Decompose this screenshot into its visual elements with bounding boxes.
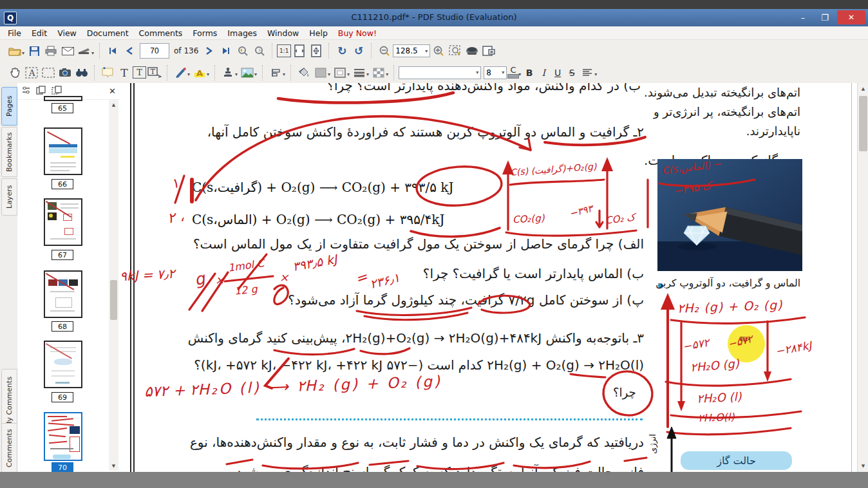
hatch-caret-icon[interactable]: ▾ xyxy=(386,71,388,77)
thumbnail-page-69[interactable] xyxy=(44,341,82,388)
document-scrollbar[interactable]: ▲ ▼ xyxy=(857,83,868,472)
thumbnail-page-66[interactable] xyxy=(44,127,82,175)
text-box-button[interactable]: T xyxy=(133,66,146,79)
email-button[interactable] xyxy=(59,42,76,59)
last-page-button[interactable] xyxy=(218,42,234,59)
zoom-marquee-button[interactable] xyxy=(447,42,464,59)
hand-tool-button[interactable] xyxy=(6,64,23,81)
menu-forms[interactable]: Forms xyxy=(187,28,222,38)
thumbnail-label-70[interactable]: 70 xyxy=(52,462,73,473)
select-text-button[interactable]: A xyxy=(23,64,40,81)
hatch-pattern-button[interactable] xyxy=(370,64,387,81)
thumbnail-page-70[interactable] xyxy=(44,412,82,461)
open-button[interactable] xyxy=(6,42,23,59)
fill-color-button[interactable] xyxy=(312,64,329,81)
previous-view-button[interactable] xyxy=(234,42,251,59)
close-button[interactable]: ✕ xyxy=(837,10,865,24)
align-objects-button[interactable] xyxy=(267,64,284,81)
image-caret-icon[interactable]: ▾ xyxy=(254,71,257,77)
restore-button[interactable]: ❐ xyxy=(815,10,835,24)
panel-scroll-thumb[interactable] xyxy=(110,280,117,320)
pan-zoom-button[interactable] xyxy=(480,42,497,59)
tab-pages[interactable]: Pages xyxy=(1,87,17,126)
highlighter-caret-icon[interactable]: ▾ xyxy=(207,71,209,77)
menu-view[interactable]: View xyxy=(52,28,82,38)
open-caret-icon[interactable]: ▾ xyxy=(22,50,24,56)
align-objects-caret-icon[interactable]: ▾ xyxy=(283,71,285,77)
font-family-select[interactable]: ▾ xyxy=(399,66,481,79)
next-view-button[interactable] xyxy=(251,42,268,59)
save-button[interactable] xyxy=(26,42,42,59)
pencil-caret-icon[interactable]: ▾ xyxy=(187,71,190,77)
stamp-caret-icon[interactable]: ▾ xyxy=(235,71,238,77)
image-button[interactable] xyxy=(239,64,256,81)
thumbnail-label-69[interactable]: 69 xyxy=(52,392,73,402)
fit-width-button[interactable] xyxy=(291,42,308,59)
line-width-caret-icon[interactable]: ▾ xyxy=(366,71,369,77)
actual-size-button[interactable]: 1:1 xyxy=(277,44,291,57)
loupe-tool-button[interactable] xyxy=(464,42,480,59)
rotate-ccw-button[interactable]: ↺ xyxy=(350,42,367,59)
zoom-in-button[interactable] xyxy=(430,42,447,59)
titlebar[interactable]: Q C111210.pdf* - PDF Studio (Evaluation)… xyxy=(0,9,868,26)
underline-button[interactable]: U xyxy=(551,68,565,78)
thumbnail-label-68[interactable]: 68 xyxy=(52,321,73,332)
doc-scroll-up-icon[interactable]: ▲ xyxy=(858,84,868,94)
fill-color-caret-icon[interactable]: ▾ xyxy=(328,71,330,77)
tab-layers[interactable]: Layers xyxy=(1,178,17,216)
thumbnail-page-67[interactable] xyxy=(44,198,82,246)
panel-scroll-down-icon[interactable]: ▼ xyxy=(109,461,118,471)
sticky-note-button[interactable] xyxy=(99,64,116,81)
menu-comments[interactable]: Comments xyxy=(134,28,188,38)
menu-document[interactable]: Document xyxy=(82,28,134,38)
bold-button[interactable]: B xyxy=(522,68,536,78)
paint-bucket-button[interactable] xyxy=(296,64,312,81)
tab-bookmarks[interactable]: Bookmarks xyxy=(1,127,17,177)
thumbnail-label-66[interactable]: 66 xyxy=(52,179,73,189)
menu-window[interactable]: Window xyxy=(262,28,304,38)
stamp-button[interactable] xyxy=(220,64,236,81)
minimize-button[interactable]: – xyxy=(793,10,813,24)
snapshot-camera-button[interactable] xyxy=(57,64,73,81)
scan-caret-icon[interactable]: ▾ xyxy=(91,50,94,56)
border-color-caret-icon[interactable]: ▾ xyxy=(347,71,350,77)
thumbnail-label-65[interactable]: 65 xyxy=(52,103,73,113)
callout-button[interactable]: T xyxy=(146,64,163,81)
scan-button[interactable] xyxy=(76,42,93,59)
document-page[interactable]: ب) در کدام واکنش، مواد واکنش‌دهنده پایدا… xyxy=(120,83,857,472)
page-input[interactable] xyxy=(140,43,169,59)
first-page-button[interactable] xyxy=(104,42,121,59)
rotate-cw-button[interactable]: ↻ xyxy=(334,42,350,59)
zoom-select[interactable]: 128.5▾ xyxy=(393,44,430,57)
highlighter-button[interactable]: A xyxy=(191,64,208,81)
search-binoculars-button[interactable] xyxy=(73,64,90,81)
menu-help[interactable]: Help xyxy=(304,28,333,38)
text-color-button[interactable]: C xyxy=(507,64,520,81)
menu-edit[interactable]: Edit xyxy=(26,28,52,38)
select-marquee-button[interactable] xyxy=(40,64,57,81)
next-page-button[interactable] xyxy=(201,42,218,59)
panel-options-icon[interactable] xyxy=(21,85,31,97)
panel-scroll-up-icon[interactable]: ▲ xyxy=(109,100,118,109)
tab-comments[interactable]: Comments xyxy=(1,423,17,473)
doc-scroll-thumb[interactable] xyxy=(859,96,867,151)
typewriter-button[interactable]: T xyxy=(116,64,133,81)
text-color-caret-icon[interactable]: ▾ xyxy=(518,71,521,77)
doc-scroll-down-icon[interactable]: ▼ xyxy=(858,461,868,471)
line-width-button[interactable] xyxy=(351,64,368,81)
zoom-out-button[interactable] xyxy=(376,42,393,59)
thumbnail-page-68[interactable] xyxy=(44,270,82,318)
menu-images[interactable]: Images xyxy=(222,28,262,38)
prev-page-button[interactable] xyxy=(121,42,138,59)
font-size-select[interactable]: 8▾ xyxy=(484,66,507,79)
menu-buy-now[interactable]: Buy Now! xyxy=(333,28,382,38)
panel-scrollbar[interactable]: ▲ ▼ xyxy=(109,100,118,471)
print-button[interactable] xyxy=(42,42,59,59)
italic-button[interactable]: I xyxy=(536,68,551,78)
strikethrough-button[interactable]: S xyxy=(565,68,579,78)
text-align-caret-icon[interactable]: ▾ xyxy=(594,71,597,77)
thumbnail-page-65[interactable] xyxy=(44,96,82,101)
thumbnail-label-67[interactable]: 67 xyxy=(52,250,73,260)
menu-file[interactable]: File xyxy=(3,28,26,38)
panel-close-icon[interactable]: ✕ xyxy=(109,86,116,96)
